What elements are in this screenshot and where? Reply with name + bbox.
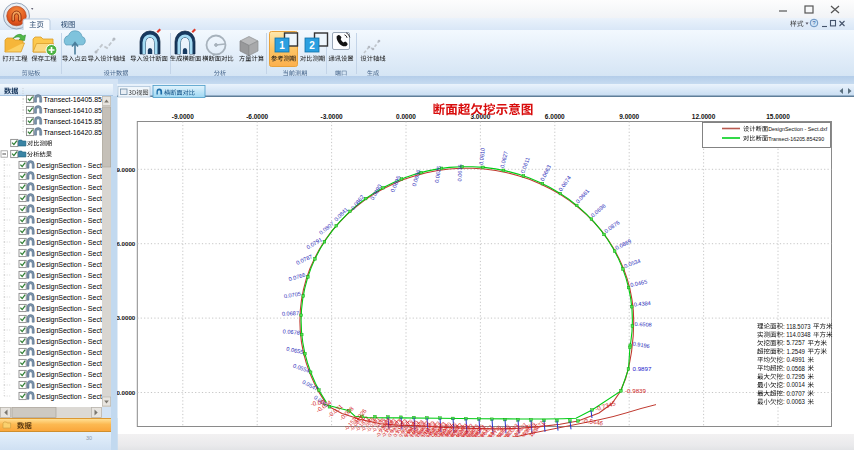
- svg-text:DesignSection - Sect: DesignSection - Sect: [37, 338, 102, 346]
- svg-text:: 0.0014: : 0.0014: [783, 381, 805, 388]
- svg-text:: 0.7295: : 0.7295: [783, 373, 805, 380]
- svg-text:DesignSection - Sect: DesignSection - Sect: [37, 305, 102, 313]
- svg-text:3.0000: 3.0000: [117, 314, 136, 321]
- svg-text:DesignSection - Sect: DesignSection - Sect: [37, 228, 102, 236]
- svg-text:DesignSection - Sect: DesignSection - Sect: [37, 382, 102, 390]
- svg-text:: 0.0568: : 0.0568: [783, 365, 805, 372]
- svg-text:DesignSection - Sect: DesignSection - Sect: [37, 239, 102, 247]
- svg-text:DesignSection - Sect: DesignSection - Sect: [37, 349, 102, 357]
- svg-text:: 0.0707: : 0.0707: [783, 390, 805, 397]
- svg-text:-6.0000: -6.0000: [246, 113, 268, 120]
- svg-text:0.0616: 0.0616: [457, 164, 464, 181]
- svg-text:Transect-16410.85: Transect-16410.85: [44, 107, 103, 114]
- svg-text:: 114.0348: : 114.0348: [783, 331, 811, 338]
- svg-text:Transect-16415.85: Transect-16415.85: [44, 118, 103, 125]
- svg-text:DesignSection - Sect: DesignSection - Sect: [37, 173, 102, 181]
- svg-text:: 118.5073: : 118.5073: [783, 323, 811, 330]
- svg-text:: 0.0063: : 0.0063: [783, 398, 805, 405]
- svg-text:DesignSection - Sect: DesignSection - Sect: [37, 360, 102, 368]
- svg-text:DesignSection - Sect: DesignSection - Sect: [37, 217, 102, 225]
- svg-text:0.0000: 0.0000: [117, 389, 136, 396]
- svg-text:1: 1: [279, 40, 285, 51]
- svg-text:Transect-16205.854290: Transect-16205.854290: [768, 136, 825, 142]
- svg-text:6.0000: 6.0000: [545, 113, 565, 120]
- svg-text:2: 2: [309, 40, 315, 51]
- svg-text:DesignSection - Sect: DesignSection - Sect: [37, 327, 102, 335]
- svg-text:DesignSection - Sect: DesignSection - Sect: [37, 272, 102, 280]
- svg-text:: 1.2549: : 1.2549: [783, 348, 805, 355]
- svg-text:15.0000: 15.0000: [766, 113, 790, 120]
- svg-text:0.6508: 0.6508: [634, 321, 651, 328]
- svg-text:DesignSection - Sect: DesignSection - Sect: [37, 371, 102, 379]
- svg-text:12.0000: 12.0000: [692, 113, 716, 120]
- svg-text:DesignSection - Sect: DesignSection - Sect: [37, 162, 102, 170]
- svg-text:-9.0000: -9.0000: [172, 113, 194, 120]
- svg-text:Transect-16405.85: Transect-16405.85: [44, 96, 103, 103]
- svg-text:30: 30: [86, 435, 92, 441]
- svg-text:DesignSection - Sect: DesignSection - Sect: [37, 393, 102, 401]
- svg-text:?: ?: [812, 20, 815, 26]
- svg-text:0.0687: 0.0687: [282, 310, 299, 317]
- svg-text:0.0000: 0.0000: [396, 113, 416, 120]
- svg-text:DesignSection - Sect: DesignSection - Sect: [37, 206, 102, 214]
- svg-text:-0.9839: -0.9839: [625, 387, 647, 394]
- svg-text:DesignSection - Sect: DesignSection - Sect: [37, 316, 102, 324]
- svg-text:6.0000: 6.0000: [117, 240, 136, 247]
- svg-text:DesignSection - Sect: DesignSection - Sect: [37, 283, 102, 291]
- svg-text:9.0000: 9.0000: [117, 166, 136, 173]
- svg-text:DesignSection - Sect: DesignSection - Sect: [37, 184, 102, 192]
- svg-text:: 0.4991: : 0.4991: [783, 356, 805, 363]
- svg-text:Transect-16420.85: Transect-16420.85: [44, 129, 103, 136]
- svg-text:DesignSection - Sect.dxf: DesignSection - Sect.dxf: [768, 126, 827, 132]
- svg-text:DesignSection - Sect: DesignSection - Sect: [37, 261, 102, 269]
- svg-text:9.0000: 9.0000: [619, 113, 639, 120]
- svg-text:0.9897: 0.9897: [633, 365, 652, 372]
- svg-text:DesignSection - Sect: DesignSection - Sect: [37, 294, 102, 302]
- svg-text:: 5.7257: : 5.7257: [783, 339, 805, 346]
- svg-text:DesignSection - Sect: DesignSection - Sect: [37, 195, 102, 203]
- svg-text:DesignSection - Sect: DesignSection - Sect: [37, 250, 102, 258]
- svg-text:-3.0000: -3.0000: [321, 113, 343, 120]
